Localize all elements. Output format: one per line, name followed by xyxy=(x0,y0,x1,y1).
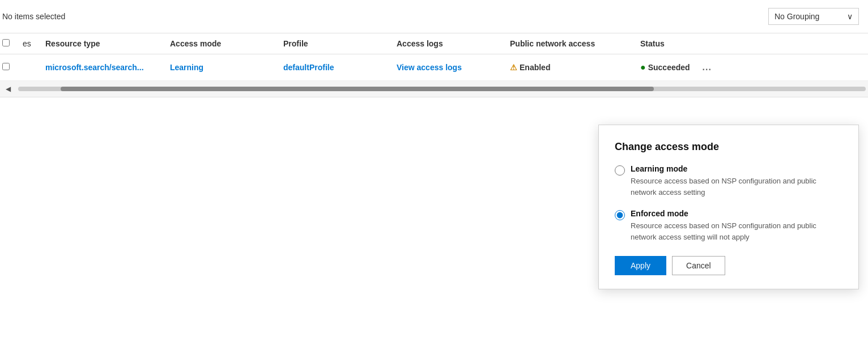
col-resource-type-header: Resource type xyxy=(45,39,170,48)
cancel-button[interactable]: Cancel xyxy=(672,256,725,275)
learning-mode-option: Learning mode Resource access based on N… xyxy=(615,164,843,198)
success-icon: ● xyxy=(640,62,646,72)
top-bar: No items selected No Grouping ∨ xyxy=(0,0,868,33)
col-status-header: Status xyxy=(640,39,742,48)
col-access-mode-header: Access mode xyxy=(170,39,283,48)
row-access-logs-cell: View access logs xyxy=(397,63,510,72)
learning-mode-description: Resource access based on NSP configurati… xyxy=(631,176,843,198)
scrollbar-track[interactable] xyxy=(18,87,866,91)
grouping-dropdown[interactable]: No Grouping ∨ xyxy=(768,8,859,25)
learning-mode-title: Learning mode xyxy=(631,164,843,173)
apply-button[interactable]: Apply xyxy=(615,256,666,275)
row-public-network-cell: ⚠ Enabled xyxy=(510,63,640,72)
row-checkbox-cell xyxy=(0,63,23,72)
change-access-mode-panel: Change access mode Learning mode Resourc… xyxy=(598,125,859,289)
col-es-header: es xyxy=(23,39,45,48)
no-items-label: No items selected xyxy=(2,12,65,21)
enforced-mode-label-group: Enforced mode Resource access based on N… xyxy=(631,209,843,242)
resource-type-link[interactable]: microsoft.search/search... xyxy=(45,63,144,72)
learning-mode-label-group: Learning mode Resource access based on N… xyxy=(631,164,843,198)
public-network-text: Enabled xyxy=(520,63,550,72)
popup-title: Change access mode xyxy=(615,141,843,153)
select-all-checkbox[interactable] xyxy=(2,39,10,46)
grouping-label: No Grouping xyxy=(775,12,819,21)
row-status-cell: ● Succeeded ... xyxy=(640,61,742,74)
chevron-down-icon: ∨ xyxy=(847,12,853,21)
col-public-network-header: Public network access xyxy=(510,39,640,48)
profile-link[interactable]: defaultProfile xyxy=(283,63,334,72)
access-mode-link[interactable]: Learning xyxy=(170,63,203,72)
learning-mode-radio[interactable] xyxy=(615,165,625,176)
col-checkbox-header xyxy=(0,39,23,48)
table-header: es Resource type Access mode Profile Acc… xyxy=(0,33,868,54)
row-profile-cell: defaultProfile xyxy=(283,63,397,72)
scrollbar-thumb xyxy=(61,87,654,91)
enforced-mode-description: Resource access based on NSP configurati… xyxy=(631,220,843,242)
enforced-mode-title: Enforced mode xyxy=(631,209,843,218)
enforced-mode-radio[interactable] xyxy=(615,210,625,220)
col-access-logs-header: Access logs xyxy=(397,39,510,48)
table-row: microsoft.search/search... Learning defa… xyxy=(0,54,868,81)
row-resource-type-cell: microsoft.search/search... xyxy=(45,63,170,72)
row-ellipsis-button[interactable]: ... xyxy=(699,61,715,74)
access-logs-link[interactable]: View access logs xyxy=(397,63,462,72)
status-text: Succeeded xyxy=(648,63,690,72)
row-access-mode-cell: Learning xyxy=(170,63,283,72)
scrollbar-area: ◀ xyxy=(0,81,868,97)
row-checkbox[interactable] xyxy=(2,63,10,70)
scroll-left-button[interactable]: ◀ xyxy=(0,83,16,95)
enforced-mode-option: Enforced mode Resource access based on N… xyxy=(615,209,843,242)
popup-buttons: Apply Cancel xyxy=(615,256,843,275)
col-profile-header: Profile xyxy=(283,39,397,48)
warning-icon: ⚠ xyxy=(510,63,517,72)
